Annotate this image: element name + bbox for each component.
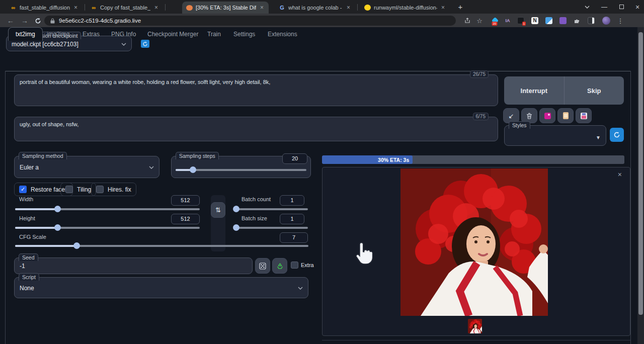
reuse-seed-button[interactable] (272, 258, 287, 274)
tab-close-icon[interactable]: × (346, 4, 351, 11)
scrollbar-thumb[interactable] (638, 32, 643, 315)
extension-purple-icon[interactable] (558, 16, 568, 25)
slider-thumb[interactable] (54, 224, 61, 231)
generated-image[interactable] (400, 168, 548, 316)
tab-divider (165, 4, 166, 11)
save-style-button[interactable] (576, 108, 592, 123)
tab-img2img[interactable]: img2img (45, 27, 71, 41)
extension-blue-icon[interactable] (544, 16, 553, 25)
style-apply-button[interactable] (539, 108, 555, 123)
chevron-down-icon (121, 43, 126, 46)
tab-checkpoint-merger[interactable]: Checkpoint Merger (145, 27, 200, 41)
tab-extensions[interactable]: Extensions (266, 27, 299, 41)
extra-seed-checkbox[interactable]: Extra (291, 262, 314, 269)
tab-txt2img[interactable]: txt2img (8, 27, 43, 41)
width-input[interactable]: 512 (171, 195, 200, 206)
browser-tab-stable-diffusion[interactable]: [30% ETA: 3s] Stable Diffusion × (182, 2, 269, 14)
seed-value: -1 (20, 263, 25, 270)
checkpoint-value: model.ckpt [cc6cb27103] (12, 41, 78, 48)
extension-notion-icon[interactable]: N (530, 16, 539, 25)
negative-prompt-text: ugly, out of shape, nsfw, (15, 117, 498, 131)
sampling-steps-slider[interactable] (176, 166, 306, 173)
tab-close-icon[interactable]: × (73, 4, 78, 11)
random-seed-button[interactable] (255, 258, 270, 274)
batch-size-input[interactable]: 1 (280, 214, 304, 224)
new-tab-button[interactable]: + (453, 0, 468, 14)
hires-fix-checkbox[interactable]: Hires. fix (91, 183, 136, 196)
width-slider[interactable] (15, 206, 200, 212)
tab-png-info[interactable]: PNG Info (109, 27, 138, 41)
extension-ia-icon[interactable]: IA (503, 16, 512, 25)
batch-size-label: Batch size (242, 215, 267, 221)
tab-settings[interactable]: Settings (231, 27, 257, 41)
tab-title: Copy of fast_stable_diffusion_ (100, 5, 150, 11)
extension-camera-icon[interactable]: 1 (516, 16, 525, 25)
browser-tab-google[interactable]: G what is google colab - Google × (275, 2, 355, 14)
sampling-method-dropdown[interactable]: Sampling method Euler a (14, 156, 159, 178)
slider-thumb[interactable] (190, 166, 196, 173)
negative-prompt-textarea[interactable]: 6/75 ugly, out of shape, nsfw, (14, 117, 498, 141)
bookmark-star-icon[interactable]: ☆ (475, 16, 484, 25)
address-bar[interactable]: 9e5e6cc2-c519-4dc5.gradio.live (44, 16, 456, 26)
browser-tabstrip: ∞ fast_stable_diffusion_AUTOMA × ∞ Copy … (0, 0, 644, 14)
script-dropdown[interactable]: Script None (14, 277, 308, 298)
window-chevron-icon[interactable] (580, 0, 595, 14)
slider-thumb[interactable] (54, 206, 61, 212)
height-slider[interactable] (15, 224, 200, 231)
style-copy-button[interactable] (557, 108, 574, 123)
width-label: Width (19, 196, 33, 202)
window-close-button[interactable]: × (630, 0, 644, 14)
extensions-puzzle-icon[interactable] (573, 16, 582, 25)
window-maximize-button[interactable] (614, 0, 629, 14)
reload-button[interactable] (32, 15, 43, 26)
batch-size-slider[interactable] (235, 224, 308, 231)
browser-tab-colab-2[interactable]: ∞ Copy of fast_stable_diffusion_ × (87, 2, 163, 14)
tab-close-icon[interactable]: × (259, 4, 265, 11)
cfg-scale-slider[interactable] (15, 242, 308, 249)
colab-favicon: ∞ (91, 5, 97, 11)
forward-button[interactable]: → (19, 15, 30, 26)
slider-thumb[interactable] (73, 242, 80, 249)
chevron-down-icon: ▼ (596, 135, 601, 140)
styles-label: Styles (509, 121, 530, 129)
extension-sidepanel-icon[interactable] (587, 16, 596, 25)
cfg-scale-input[interactable]: 7 (280, 232, 308, 243)
browser-tab-huggingface[interactable]: runwayml/stable-diffusion-v1 × (360, 2, 450, 14)
gallery-close-icon[interactable]: × (618, 170, 622, 179)
page-scrollbar[interactable] (637, 27, 644, 344)
share-icon[interactable] (463, 16, 472, 25)
browser-toolbar: ← → 9e5e6cc2-c519-4dc5.gradio.live ☆ 20 … (0, 14, 644, 27)
panel-left-border (5, 71, 6, 344)
extension-diamond-icon[interactable]: 20 (491, 16, 500, 25)
checkbox-unchecked-icon (65, 186, 73, 193)
prompt-text: portrait of a beautiful woman, wearing a… (15, 75, 498, 89)
prompt-textarea[interactable]: 26/75 portrait of a beautiful woman, wea… (14, 74, 498, 106)
tab-extras[interactable]: Extras (80, 27, 102, 41)
browser-menu-icon[interactable]: ⋮ (616, 16, 625, 25)
tab-title: runwayml/stable-diffusion-v1 (374, 5, 437, 11)
sampling-steps-input[interactable]: 20 (282, 153, 307, 164)
skip-button[interactable]: Skip (565, 76, 624, 105)
browser-tab-colab-1[interactable]: ∞ fast_stable_diffusion_AUTOMA × (6, 2, 83, 14)
swap-arrows-icon: ⇅ (215, 206, 221, 214)
sampling-method-label: Sampling method (19, 152, 67, 159)
mouse-cursor (354, 240, 375, 268)
height-input[interactable]: 512 (171, 214, 200, 224)
slider-thumb[interactable] (233, 206, 239, 212)
profile-avatar[interactable] (602, 16, 611, 25)
slider-thumb[interactable] (233, 224, 239, 231)
tab-close-icon[interactable]: × (440, 4, 446, 11)
batch-count-slider[interactable] (235, 206, 308, 212)
gallery-thumbnail[interactable] (468, 319, 482, 333)
refresh-styles-button[interactable] (610, 128, 624, 142)
back-button[interactable]: ← (5, 15, 16, 26)
seed-input[interactable]: Seed -1 (14, 257, 253, 274)
tab-close-icon[interactable]: × (153, 4, 159, 11)
tab-train[interactable]: Train (205, 27, 223, 41)
swap-dimensions-button[interactable]: ⇅ (211, 202, 225, 218)
refresh-checkpoints-button[interactable] (141, 40, 149, 48)
interrupt-button[interactable]: Interrupt (504, 76, 565, 105)
batch-count-input[interactable]: 1 (280, 195, 304, 206)
styles-dropdown[interactable]: Styles ▼ (504, 125, 606, 146)
window-minimize-button[interactable]: — (597, 0, 612, 14)
